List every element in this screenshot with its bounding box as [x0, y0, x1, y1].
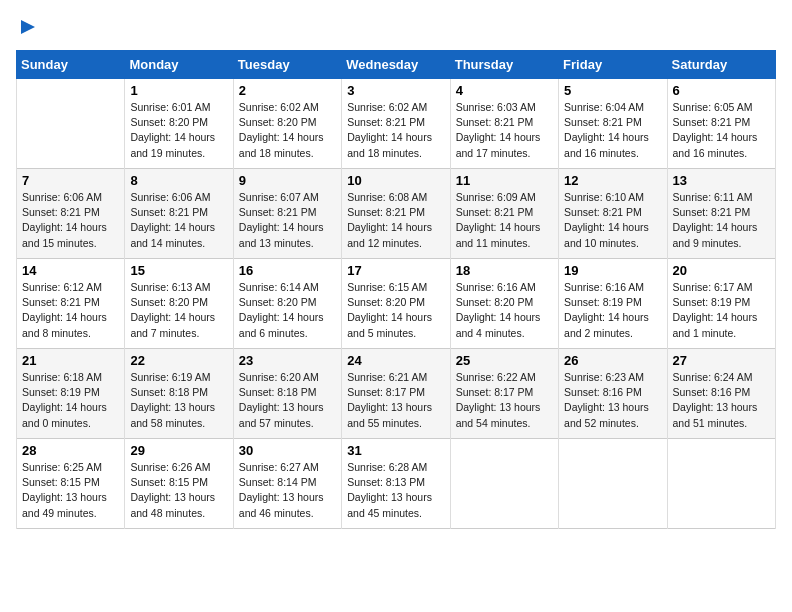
header-cell-friday: Friday: [559, 51, 667, 79]
day-number: 4: [456, 83, 553, 98]
calendar-cell: 8Sunrise: 6:06 AM Sunset: 8:21 PM Daylig…: [125, 169, 233, 259]
day-info: Sunrise: 6:01 AM Sunset: 8:20 PM Dayligh…: [130, 100, 227, 161]
day-number: 16: [239, 263, 336, 278]
day-number: 25: [456, 353, 553, 368]
calendar-cell: [450, 439, 558, 529]
calendar-week-row: 21Sunrise: 6:18 AM Sunset: 8:19 PM Dayli…: [17, 349, 776, 439]
day-number: 1: [130, 83, 227, 98]
day-number: 12: [564, 173, 661, 188]
calendar-cell: 15Sunrise: 6:13 AM Sunset: 8:20 PM Dayli…: [125, 259, 233, 349]
calendar-cell: [667, 439, 775, 529]
day-info: Sunrise: 6:17 AM Sunset: 8:19 PM Dayligh…: [673, 280, 770, 341]
calendar-week-row: 1Sunrise: 6:01 AM Sunset: 8:20 PM Daylig…: [17, 79, 776, 169]
day-number: 23: [239, 353, 336, 368]
day-info: Sunrise: 6:26 AM Sunset: 8:15 PM Dayligh…: [130, 460, 227, 521]
day-number: 26: [564, 353, 661, 368]
day-number: 24: [347, 353, 444, 368]
calendar-cell: [17, 79, 125, 169]
day-number: 21: [22, 353, 119, 368]
calendar-cell: 27Sunrise: 6:24 AM Sunset: 8:16 PM Dayli…: [667, 349, 775, 439]
calendar-cell: 14Sunrise: 6:12 AM Sunset: 8:21 PM Dayli…: [17, 259, 125, 349]
calendar-cell: 3Sunrise: 6:02 AM Sunset: 8:21 PM Daylig…: [342, 79, 450, 169]
day-info: Sunrise: 6:04 AM Sunset: 8:21 PM Dayligh…: [564, 100, 661, 161]
day-info: Sunrise: 6:18 AM Sunset: 8:19 PM Dayligh…: [22, 370, 119, 431]
day-info: Sunrise: 6:05 AM Sunset: 8:21 PM Dayligh…: [673, 100, 770, 161]
calendar-cell: 25Sunrise: 6:22 AM Sunset: 8:17 PM Dayli…: [450, 349, 558, 439]
calendar-week-row: 14Sunrise: 6:12 AM Sunset: 8:21 PM Dayli…: [17, 259, 776, 349]
day-number: 8: [130, 173, 227, 188]
day-info: Sunrise: 6:24 AM Sunset: 8:16 PM Dayligh…: [673, 370, 770, 431]
header-cell-wednesday: Wednesday: [342, 51, 450, 79]
day-info: Sunrise: 6:13 AM Sunset: 8:20 PM Dayligh…: [130, 280, 227, 341]
day-info: Sunrise: 6:06 AM Sunset: 8:21 PM Dayligh…: [130, 190, 227, 251]
calendar-cell: 29Sunrise: 6:26 AM Sunset: 8:15 PM Dayli…: [125, 439, 233, 529]
day-info: Sunrise: 6:23 AM Sunset: 8:16 PM Dayligh…: [564, 370, 661, 431]
day-number: 9: [239, 173, 336, 188]
day-number: 10: [347, 173, 444, 188]
header-cell-tuesday: Tuesday: [233, 51, 341, 79]
logo-arrow-icon: [17, 16, 39, 38]
day-number: 14: [22, 263, 119, 278]
page-header: [16, 16, 776, 38]
day-number: 6: [673, 83, 770, 98]
day-info: Sunrise: 6:11 AM Sunset: 8:21 PM Dayligh…: [673, 190, 770, 251]
calendar-cell: [559, 439, 667, 529]
calendar-cell: 5Sunrise: 6:04 AM Sunset: 8:21 PM Daylig…: [559, 79, 667, 169]
day-info: Sunrise: 6:03 AM Sunset: 8:21 PM Dayligh…: [456, 100, 553, 161]
day-number: 3: [347, 83, 444, 98]
day-number: 11: [456, 173, 553, 188]
day-number: 5: [564, 83, 661, 98]
header-cell-sunday: Sunday: [17, 51, 125, 79]
calendar-header-row: SundayMondayTuesdayWednesdayThursdayFrid…: [17, 51, 776, 79]
calendar-cell: 13Sunrise: 6:11 AM Sunset: 8:21 PM Dayli…: [667, 169, 775, 259]
day-number: 13: [673, 173, 770, 188]
calendar-table: SundayMondayTuesdayWednesdayThursdayFrid…: [16, 50, 776, 529]
calendar-cell: 2Sunrise: 6:02 AM Sunset: 8:20 PM Daylig…: [233, 79, 341, 169]
calendar-cell: 18Sunrise: 6:16 AM Sunset: 8:20 PM Dayli…: [450, 259, 558, 349]
header-cell-monday: Monday: [125, 51, 233, 79]
day-info: Sunrise: 6:09 AM Sunset: 8:21 PM Dayligh…: [456, 190, 553, 251]
day-info: Sunrise: 6:02 AM Sunset: 8:20 PM Dayligh…: [239, 100, 336, 161]
day-info: Sunrise: 6:25 AM Sunset: 8:15 PM Dayligh…: [22, 460, 119, 521]
calendar-cell: 4Sunrise: 6:03 AM Sunset: 8:21 PM Daylig…: [450, 79, 558, 169]
day-info: Sunrise: 6:08 AM Sunset: 8:21 PM Dayligh…: [347, 190, 444, 251]
day-number: 7: [22, 173, 119, 188]
day-number: 19: [564, 263, 661, 278]
calendar-cell: 19Sunrise: 6:16 AM Sunset: 8:19 PM Dayli…: [559, 259, 667, 349]
calendar-cell: 31Sunrise: 6:28 AM Sunset: 8:13 PM Dayli…: [342, 439, 450, 529]
day-number: 30: [239, 443, 336, 458]
calendar-cell: 12Sunrise: 6:10 AM Sunset: 8:21 PM Dayli…: [559, 169, 667, 259]
calendar-cell: 28Sunrise: 6:25 AM Sunset: 8:15 PM Dayli…: [17, 439, 125, 529]
day-info: Sunrise: 6:07 AM Sunset: 8:21 PM Dayligh…: [239, 190, 336, 251]
calendar-cell: 11Sunrise: 6:09 AM Sunset: 8:21 PM Dayli…: [450, 169, 558, 259]
day-number: 22: [130, 353, 227, 368]
day-info: Sunrise: 6:20 AM Sunset: 8:18 PM Dayligh…: [239, 370, 336, 431]
calendar-cell: 30Sunrise: 6:27 AM Sunset: 8:14 PM Dayli…: [233, 439, 341, 529]
day-info: Sunrise: 6:15 AM Sunset: 8:20 PM Dayligh…: [347, 280, 444, 341]
header-cell-saturday: Saturday: [667, 51, 775, 79]
day-info: Sunrise: 6:06 AM Sunset: 8:21 PM Dayligh…: [22, 190, 119, 251]
day-info: Sunrise: 6:10 AM Sunset: 8:21 PM Dayligh…: [564, 190, 661, 251]
calendar-cell: 1Sunrise: 6:01 AM Sunset: 8:20 PM Daylig…: [125, 79, 233, 169]
calendar-cell: 24Sunrise: 6:21 AM Sunset: 8:17 PM Dayli…: [342, 349, 450, 439]
day-number: 15: [130, 263, 227, 278]
calendar-cell: 17Sunrise: 6:15 AM Sunset: 8:20 PM Dayli…: [342, 259, 450, 349]
calendar-cell: 26Sunrise: 6:23 AM Sunset: 8:16 PM Dayli…: [559, 349, 667, 439]
day-info: Sunrise: 6:14 AM Sunset: 8:20 PM Dayligh…: [239, 280, 336, 341]
day-info: Sunrise: 6:12 AM Sunset: 8:21 PM Dayligh…: [22, 280, 119, 341]
day-number: 2: [239, 83, 336, 98]
day-number: 18: [456, 263, 553, 278]
day-number: 28: [22, 443, 119, 458]
calendar-cell: 9Sunrise: 6:07 AM Sunset: 8:21 PM Daylig…: [233, 169, 341, 259]
logo: [16, 16, 39, 38]
day-info: Sunrise: 6:19 AM Sunset: 8:18 PM Dayligh…: [130, 370, 227, 431]
svg-marker-0: [21, 20, 35, 34]
day-info: Sunrise: 6:16 AM Sunset: 8:20 PM Dayligh…: [456, 280, 553, 341]
calendar-cell: 23Sunrise: 6:20 AM Sunset: 8:18 PM Dayli…: [233, 349, 341, 439]
calendar-cell: 20Sunrise: 6:17 AM Sunset: 8:19 PM Dayli…: [667, 259, 775, 349]
calendar-cell: 6Sunrise: 6:05 AM Sunset: 8:21 PM Daylig…: [667, 79, 775, 169]
day-number: 17: [347, 263, 444, 278]
day-number: 27: [673, 353, 770, 368]
calendar-cell: 21Sunrise: 6:18 AM Sunset: 8:19 PM Dayli…: [17, 349, 125, 439]
header-cell-thursday: Thursday: [450, 51, 558, 79]
